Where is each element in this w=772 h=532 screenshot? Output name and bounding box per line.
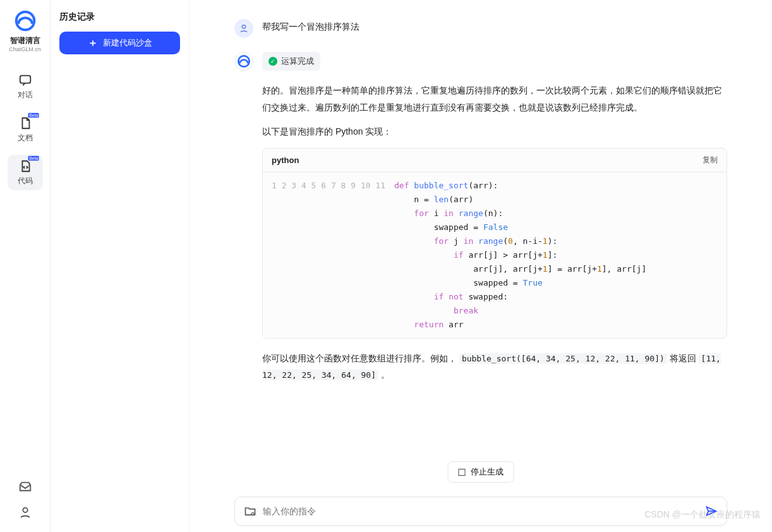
brand-sub: ChatGLM.cn	[9, 46, 41, 52]
user-message: 帮我写一个冒泡排序算法	[234, 19, 727, 38]
ai-avatar	[234, 52, 253, 71]
nav-rail: 智谱清言 ChatGLM.cn 对话 Beta 文档 Beta 代码	[0, 0, 51, 532]
code-block: python 复制 1 2 3 4 5 6 7 8 9 10 11 def bu…	[262, 148, 727, 339]
user-avatar	[234, 19, 253, 38]
brand-logo	[13, 9, 37, 33]
status-chip: ✓ 运算完成	[262, 52, 320, 71]
stop-icon	[459, 469, 466, 476]
chat-icon	[18, 73, 32, 87]
inbox-icon[interactable]	[18, 480, 32, 494]
history-title: 历史记录	[59, 11, 180, 23]
attach-folder-icon[interactable]	[244, 505, 256, 517]
stop-generate-button[interactable]: 停止生成	[448, 461, 514, 483]
prompt-input[interactable]	[263, 506, 699, 516]
inline-code: bubble_sort([64, 34, 25, 12, 22, 11, 90]…	[459, 353, 667, 364]
code-body: 1 2 3 4 5 6 7 8 9 10 11 def bubble_sort(…	[263, 172, 727, 338]
user-text: 帮我写一个冒泡排序算法	[262, 19, 359, 38]
ai-para: 你可以使用这个函数对任意数组进行排序。例如， bubble_sort([64, …	[262, 350, 727, 384]
code-lang: python	[272, 155, 299, 165]
user-icon[interactable]	[18, 505, 32, 519]
svg-rect-1	[20, 75, 30, 83]
svg-point-3	[242, 25, 245, 28]
copy-button[interactable]: 复制	[703, 155, 718, 166]
beta-badge: Beta	[28, 113, 39, 118]
ai-logo-icon	[236, 53, 252, 70]
main-area: 帮我写一个冒泡排序算法 ✓ 运算完成 好的。冒泡排序是一种简单的排序算法，它重复…	[190, 0, 772, 532]
new-sandbox-button[interactable]: ＋ 新建代码沙盒	[59, 32, 180, 54]
code-header: python 复制	[263, 148, 727, 172]
brand-name: 智谱清言	[10, 35, 40, 46]
nav-code[interactable]: Beta 代码	[8, 155, 43, 190]
rail-bottom	[18, 480, 32, 523]
check-icon: ✓	[268, 57, 277, 66]
svg-point-2	[23, 508, 27, 512]
plus-icon: ＋	[88, 37, 98, 50]
nav-chat[interactable]: 对话	[8, 69, 43, 104]
ai-message: ✓ 运算完成 好的。冒泡排序是一种简单的排序算法，它重复地遍历待排序的数列，一次…	[234, 52, 727, 391]
nav-doc[interactable]: Beta 文档	[8, 112, 43, 147]
line-numbers: 1 2 3 4 5 6 7 8 9 10 11	[272, 179, 394, 332]
ai-para: 以下是冒泡排序的 Python 实现：	[262, 123, 727, 140]
person-icon	[239, 23, 249, 33]
ai-para: 好的。冒泡排序是一种简单的排序算法，它重复地遍历待排序的数列，一次比较两个元素，…	[262, 82, 727, 116]
send-icon[interactable]	[705, 505, 718, 517]
code-lines: def bubble_sort(arr): n = len(arr) for i…	[394, 179, 646, 332]
chat-content: 帮我写一个冒泡排序算法 ✓ 运算完成 好的。冒泡排序是一种简单的排序算法，它重复…	[190, 0, 772, 532]
beta-badge: Beta	[28, 156, 39, 161]
doc-icon	[18, 116, 32, 130]
ai-card: ✓ 运算完成 好的。冒泡排序是一种简单的排序算法，它重复地遍历待排序的数列，一次…	[262, 52, 727, 391]
code-icon	[18, 159, 32, 173]
sidebar: 历史记录 ＋ 新建代码沙盒	[51, 0, 190, 532]
input-bar	[234, 497, 727, 526]
